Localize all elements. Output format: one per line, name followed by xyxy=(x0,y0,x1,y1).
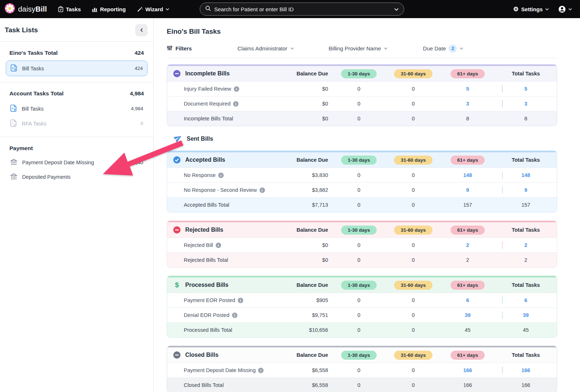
eino-tasks-total-label: Eino's Tasks Total xyxy=(9,50,58,56)
row-label: Payment Deposit Date Missing xyxy=(184,367,256,373)
sidebar-item-count: 4,984 xyxy=(131,106,143,111)
info-icon[interactable]: i xyxy=(258,368,264,373)
total-tasks-link[interactable]: 3 xyxy=(524,101,527,107)
filter-count-badge: 2 xyxy=(449,45,457,53)
circle-minus-icon[interactable] xyxy=(173,70,181,78)
chevron-down-icon[interactable] xyxy=(394,6,399,12)
days-1-30-value: 0 xyxy=(332,187,386,193)
sidebar-item-rfa-tasks[interactable]: RFA Tasks 0 xyxy=(6,116,148,131)
col-61-days: 61+ days xyxy=(451,226,484,235)
sent-bills-section-label: Sent Bills xyxy=(174,134,557,144)
days-31-60-value: 0 xyxy=(386,312,440,318)
circle-check-icon[interactable] xyxy=(173,156,181,164)
col-total-tasks: Total Tasks xyxy=(495,227,557,233)
total-tasks-total: 8 xyxy=(495,116,557,121)
search-input[interactable] xyxy=(214,6,391,12)
days-61-link[interactable]: 5 xyxy=(466,86,469,92)
balance-value: $905 xyxy=(274,297,332,303)
chevron-down-icon xyxy=(290,47,294,50)
total-tasks-link[interactable]: 39 xyxy=(523,312,529,318)
filter-billing-provider-name[interactable]: Billing Provider Name xyxy=(329,45,388,51)
svg-text:$: $ xyxy=(14,108,16,111)
nav-tasks[interactable]: Tasks xyxy=(58,6,81,12)
col-31-60-days: 31-60 days xyxy=(394,69,432,78)
balance-value: $0 xyxy=(274,86,332,92)
filter-claims-administrator[interactable]: Claims Administrator xyxy=(237,45,294,51)
days-61-link[interactable]: 166 xyxy=(463,367,472,373)
total-tasks-link[interactable]: 6 xyxy=(524,297,527,303)
circle-minus-icon[interactable] xyxy=(173,226,181,234)
days-31-60-total: 0 xyxy=(386,382,440,388)
info-icon[interactable]: i xyxy=(238,298,243,303)
sidebar-item-bill-tasks-eino[interactable]: $ Bill Tasks 424 xyxy=(6,61,148,76)
nav-wizard[interactable]: Wizard xyxy=(137,6,169,12)
days-61-link[interactable]: 9 xyxy=(466,187,469,193)
sidebar-item-label: Bill Tasks xyxy=(22,66,44,71)
table-row: Rejected Billi $0 0 0 2 2 xyxy=(167,238,557,252)
balance-value: $0 xyxy=(274,101,332,107)
table-row: Payment Deposit Date Missingi $6,558 0 0… xyxy=(167,363,557,377)
sidebar-item-label: Deposited Payments xyxy=(22,174,71,180)
table-row: No Responsei $3,830 0 0 148 148 xyxy=(167,168,557,182)
circle-minus-icon[interactable] xyxy=(173,351,181,359)
table-title: Incomplete Bills xyxy=(185,70,230,77)
clipboard-icon xyxy=(58,6,63,12)
dollar-icon[interactable]: $ xyxy=(173,281,181,289)
days-31-60-value: 0 xyxy=(386,86,440,92)
days-61-link[interactable]: 39 xyxy=(465,312,471,318)
info-icon[interactable]: i xyxy=(216,243,221,248)
accepted-bills-card: Accepted Bills Balance Due 1-30 days 31-… xyxy=(167,150,557,212)
total-tasks-link[interactable]: 148 xyxy=(521,172,530,178)
total-tasks-total: 166 xyxy=(495,382,557,388)
filter-due-date[interactable]: Due Date 2 xyxy=(423,45,463,53)
sidebar-item-count: 424 xyxy=(134,66,143,71)
total-tasks-link[interactable]: 5 xyxy=(524,86,527,92)
magnifier-icon xyxy=(205,5,211,13)
filters-button[interactable]: Filters xyxy=(167,45,192,52)
info-icon[interactable]: i xyxy=(260,187,265,193)
paper-plane-icon xyxy=(174,134,182,144)
days-61-link[interactable]: 148 xyxy=(463,172,472,178)
brand-logo[interactable]: daisyBill xyxy=(4,3,47,15)
filter-label: Claims Administrator xyxy=(237,45,287,51)
sidebar-item-deposited-payments[interactable]: Deposited Payments xyxy=(6,170,148,184)
col-balance-due: Balance Due xyxy=(274,157,332,163)
row-label: Rejected Bill xyxy=(184,242,213,248)
balance-value: $9,751 xyxy=(274,312,332,318)
info-icon[interactable]: i xyxy=(234,86,239,92)
collapse-sidebar-button[interactable] xyxy=(135,24,148,36)
days-1-30-total: 0 xyxy=(332,382,386,388)
col-balance-due: Balance Due xyxy=(274,352,332,358)
total-tasks-link[interactable]: 2 xyxy=(524,242,527,248)
chevron-down-icon xyxy=(545,8,549,11)
chevron-down-icon xyxy=(568,8,572,11)
table-total-row: Processed Bills Total $10,656 0 0 45 45 xyxy=(167,322,557,337)
total-tasks-total: 45 xyxy=(495,327,557,333)
total-tasks-link[interactable]: 9 xyxy=(524,187,527,193)
info-icon[interactable]: i xyxy=(233,101,239,107)
global-search[interactable] xyxy=(200,3,404,16)
days-61-link[interactable]: 2 xyxy=(466,242,469,248)
processed-bills-header-row: $ Processed Bills Balance Due 1-30 days … xyxy=(167,277,557,293)
days-31-60-total: 0 xyxy=(386,327,440,333)
nav-account-menu[interactable] xyxy=(558,5,572,13)
sidebar-item-payment-deposit-date-missing[interactable]: Payment Deposit Date Missing 240 xyxy=(6,155,148,170)
days-61-total: 45 xyxy=(440,327,495,333)
sidebar-item-bill-tasks-account[interactable]: $ Bill Tasks 4,984 xyxy=(6,101,148,116)
days-1-30-value: 0 xyxy=(332,242,386,248)
total-tasks-link[interactable]: 166 xyxy=(521,367,530,373)
days-31-60-value: 0 xyxy=(386,367,440,373)
row-label: Document Required xyxy=(184,101,231,107)
nav-reporting[interactable]: Reporting xyxy=(92,6,126,12)
filter-label: Due Date xyxy=(423,45,446,51)
total-row-label: Accepted Bills Total xyxy=(184,202,229,208)
info-icon[interactable]: i xyxy=(232,313,237,318)
sidebar-item-count: 0 xyxy=(140,121,143,126)
days-61-link[interactable]: 6 xyxy=(466,297,469,303)
row-label: Denial EOR Posted xyxy=(184,312,229,318)
days-31-60-total: 0 xyxy=(386,116,440,121)
days-61-link[interactable]: 3 xyxy=(466,101,469,107)
nav-settings[interactable]: ⚙ Settings xyxy=(513,6,549,12)
col-1-30-days: 1-30 days xyxy=(341,226,377,235)
info-icon[interactable]: i xyxy=(218,173,224,178)
